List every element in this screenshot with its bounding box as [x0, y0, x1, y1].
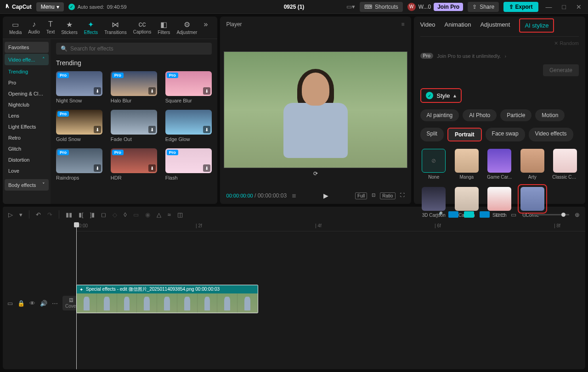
crop2-tool[interactable]: ◫	[177, 211, 183, 218]
track-toggle-3[interactable]	[480, 211, 490, 218]
sidebar-favorites[interactable]: Favorites	[5, 42, 49, 53]
download-icon[interactable]: ⬇	[203, 164, 210, 172]
cursor-tool[interactable]: ▷	[8, 211, 13, 218]
chip-motion[interactable]: Motion	[535, 109, 565, 121]
redo-button[interactable]: ↷	[47, 211, 52, 218]
style-toggle[interactable]: ✓ Style ▴	[420, 88, 462, 103]
effect-raindrops[interactable]: Pro⬇Raindrops	[56, 148, 102, 180]
chip-face-swap[interactable]: Face swap	[486, 128, 525, 141]
sidebar-item-lighteffects[interactable]: Light Effects	[5, 121, 49, 132]
style-classicca[interactable]: Classic Ca...	[552, 149, 579, 180]
chip-ai-photo[interactable]: AI Photo	[463, 109, 497, 121]
join-pro-button[interactable]: Join Pro	[434, 3, 463, 11]
sidebar-item-openingclo[interactable]: Opening & Clo...	[5, 88, 49, 99]
minimize-button[interactable]: —	[543, 3, 555, 11]
chevron-right-icon[interactable]: ›	[504, 53, 506, 59]
sidebar-item-retro[interactable]: Retro	[5, 132, 49, 143]
shield-tool[interactable]: ◊	[124, 211, 126, 218]
sidebar-video-effects[interactable]: Video effe... ˄	[5, 54, 49, 65]
sidebar-item-distortion[interactable]: Distortion	[5, 154, 49, 165]
effect-gold-snow[interactable]: Pro⬇Gold Snow	[56, 110, 102, 142]
tool-tab-captions[interactable]: ccCaptions	[133, 20, 151, 35]
generate-button[interactable]: Generate	[543, 64, 579, 76]
effect-square-blur[interactable]: Pro⬇Square Blur	[165, 71, 212, 103]
cursor-dropdown[interactable]: ▾	[19, 211, 23, 218]
refresh-icon[interactable]: ⟳	[313, 170, 318, 177]
mirror-h-tool[interactable]: △	[157, 211, 161, 218]
tool-tab-stickers[interactable]: ★Stickers	[61, 20, 78, 35]
zoom-slider[interactable]	[532, 214, 569, 215]
more-tools[interactable]: »	[204, 20, 208, 35]
tool-tab-audio[interactable]: ♪Audio	[28, 20, 40, 35]
share-button[interactable]: ⇪ Share	[468, 2, 499, 12]
tl-lock-icon[interactable]: 🔒	[17, 300, 25, 307]
style-comic[interactable]: Comic	[519, 187, 546, 218]
player-menu-icon[interactable]: ≡	[401, 21, 405, 28]
download-icon[interactable]: ⬇	[148, 87, 156, 95]
download-icon[interactable]: ⬇	[148, 126, 156, 133]
user-avatar[interactable]: W	[407, 3, 416, 11]
mirror-v-tool[interactable]: ≈	[168, 211, 171, 218]
trim-right-tool[interactable]: ]▮	[90, 211, 95, 218]
close-button[interactable]: ✕	[573, 3, 584, 11]
download-icon[interactable]: ⬇	[94, 87, 101, 95]
aspect-ratio-icon[interactable]: ▭▾	[346, 3, 355, 10]
sidebar-item-glitch[interactable]: Glitch	[5, 143, 49, 154]
shortcuts-button[interactable]: ⌨ Shortcuts	[360, 2, 403, 12]
timeline-clip[interactable]: ✦ Special effects - edit 微信图片_2025011409…	[76, 285, 258, 313]
chip-split[interactable]: Split	[420, 128, 444, 141]
full-button[interactable]: Full	[355, 192, 367, 199]
tool-tab-effects[interactable]: ✦Effects	[84, 20, 98, 35]
maximize-button[interactable]: □	[560, 3, 569, 11]
tool-tab-filters[interactable]: ◧Filters	[158, 20, 170, 35]
effect-halo-blur[interactable]: Pro⬇Halo Blur	[111, 71, 157, 103]
tl-more-icon[interactable]: ⋯	[52, 300, 58, 307]
track-toggle-2[interactable]	[464, 211, 474, 218]
tl-audio-icon[interactable]: 🔊	[40, 300, 47, 307]
tool-tab-media[interactable]: ▭Media	[9, 20, 22, 35]
ratio-button[interactable]: Ratio	[380, 192, 395, 199]
style-manga[interactable]: Manga	[453, 149, 480, 180]
sidebar-item-nightclub[interactable]: Nightclub	[5, 99, 49, 110]
effect-hdr[interactable]: Pro⬇HDR	[111, 148, 157, 180]
sidebar-item-pro[interactable]: Pro	[5, 77, 49, 88]
effect-fade-out[interactable]: ⬇Fade Out	[111, 110, 157, 142]
effect-edge-glow[interactable]: ⬇Edge Glow	[165, 110, 212, 142]
undo-button[interactable]: ↶	[36, 211, 41, 218]
tool-tab-adjustmer[interactable]: ⚙Adjustmer	[176, 20, 197, 35]
style-gamecar[interactable]: Game Car...	[486, 149, 514, 180]
crop-icon[interactable]: ⊡	[372, 192, 375, 199]
right-tab-ai-stylize[interactable]: AI stylize	[519, 18, 554, 33]
random-button[interactable]: ✕ Random	[554, 40, 579, 46]
tool-a[interactable]: ◇	[113, 211, 117, 218]
download-icon[interactable]: ⬇	[94, 164, 101, 172]
export-button[interactable]: ⇪ Export	[503, 2, 538, 12]
video-viewport[interactable]: ⟳	[224, 51, 407, 168]
effect-flash[interactable]: Pro⬇Flash	[165, 148, 212, 180]
tool-b[interactable]: ▭	[133, 211, 139, 218]
style-arty[interactable]: Arty	[519, 149, 546, 180]
split-tool[interactable]: ▮▮	[66, 211, 72, 218]
track-toggle-1[interactable]	[448, 211, 458, 218]
fullscreen-icon[interactable]: ⛶	[400, 192, 405, 199]
tl-layers-icon[interactable]: ▭	[7, 300, 13, 307]
sidebar-item-lens[interactable]: Lens	[5, 110, 49, 121]
effect-night-snow[interactable]: Pro⬇Night Snow	[56, 71, 102, 103]
chip-portrait[interactable]: Portrait	[447, 128, 482, 141]
download-icon[interactable]: ⬇	[94, 126, 101, 133]
tool-tab-text[interactable]: TText	[46, 20, 55, 35]
crop-tool[interactable]: ◻	[101, 211, 106, 218]
right-tab-animation[interactable]: Animation	[445, 21, 471, 33]
menu-button[interactable]: Menu ▾	[36, 2, 64, 11]
sidebar-item-trending[interactable]: Trending	[5, 66, 49, 77]
trim-left-tool[interactable]: ▮[	[79, 211, 84, 218]
sidebar-body-effects[interactable]: Body effects ˅	[5, 179, 49, 191]
play-button[interactable]: ▶	[323, 192, 328, 199]
chip-video-effects[interactable]: Video effects	[529, 128, 573, 141]
mic-icon[interactable]: 🎤	[435, 211, 443, 218]
zoom-in-icon[interactable]: ⊕	[575, 211, 580, 218]
timeline-mini-icon[interactable]: ≣	[292, 192, 296, 199]
download-icon[interactable]: ⬇	[148, 164, 156, 172]
style-none[interactable]: ⊘None	[420, 149, 447, 180]
tool-c[interactable]: ◉	[145, 211, 150, 218]
